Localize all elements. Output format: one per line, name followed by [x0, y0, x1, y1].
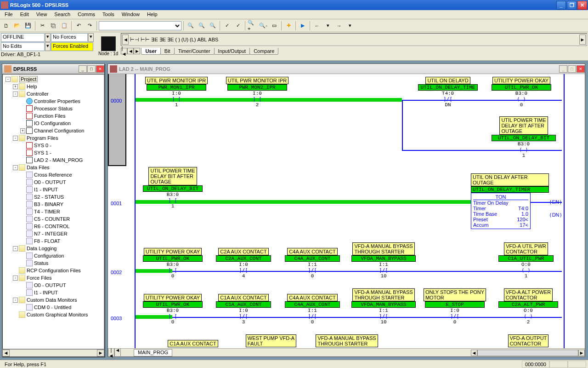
- rung-element[interactable]: ONLY STOPS THE PONY MOTOR E_STOP I:0 ]/[…: [420, 288, 489, 325]
- project-tree[interactable]: -Project+Help-ControllerController Prope…: [2, 74, 104, 349]
- tree-item[interactable]: +Help: [4, 83, 103, 90]
- tree-item[interactable]: R6 - CONTROL: [4, 223, 103, 230]
- zoom-fit-button[interactable]: ▭: [269, 21, 279, 31]
- menu-search[interactable]: Search: [51, 10, 74, 19]
- instr-rung-icon[interactable]: ⊢⊣: [130, 37, 139, 43]
- tree-expander[interactable]: -: [13, 276, 18, 281]
- tree-item[interactable]: I1 - INPUT: [4, 289, 103, 296]
- copy-button[interactable]: ⿻: [48, 21, 58, 31]
- instr-xic-icon[interactable]: ∃E: [151, 37, 158, 43]
- rung-element[interactable]: UTILITY POWER OKAY UTIL_PWR_OK B3:0 ] [ …: [138, 248, 207, 279]
- menu-comms[interactable]: Comms: [74, 10, 99, 19]
- tree-item[interactable]: C5 - COUNTER: [4, 215, 103, 223]
- tree-item[interactable]: -Data Files: [4, 164, 103, 171]
- zoom-out-button[interactable]: 🔍-: [258, 21, 268, 31]
- menu-window[interactable]: Window: [118, 10, 143, 19]
- tree-item[interactable]: Processor Status: [4, 105, 103, 112]
- find-next-button[interactable]: 🔍: [197, 21, 207, 31]
- instr-otl-icon[interactable]: (L): [190, 37, 196, 42]
- cut-button[interactable]: ✂: [37, 21, 47, 31]
- zoom-in-button[interactable]: 🔍+: [247, 21, 257, 31]
- hscroll-right[interactable]: ►: [578, 350, 585, 356]
- rung-element[interactable]: VFD-A MANUAL BYPASS THROUGH STARTER VFDA…: [347, 288, 420, 325]
- scroll-right-button[interactable]: ►: [579, 34, 586, 45]
- ton-instruction[interactable]: TON Timer On Delay TimerT4:0 Time Base1.…: [471, 193, 531, 229]
- tree-expander[interactable]: -: [13, 298, 18, 303]
- tree-item[interactable]: IO Configuration: [4, 120, 103, 127]
- ladder-maximize-button[interactable]: □: [568, 65, 576, 73]
- rung-element[interactable]: UTILITY POWER OKAY UTIL_PWR_OK B3:0 ] [ …: [138, 294, 207, 325]
- tree-item[interactable]: CDM 0 - Untitled: [4, 304, 103, 311]
- rung-element[interactable]: C4A AUX CONTACT C4A_AUX_CONT I:1 ]/[ 0: [283, 294, 342, 325]
- tree-item[interactable]: +Channel Configuration: [4, 127, 103, 134]
- tree-item[interactable]: Function Files: [4, 112, 103, 120]
- tree-item[interactable]: B3 - BINARY: [4, 201, 103, 208]
- tree-item[interactable]: Cross Reference: [4, 171, 103, 178]
- ltab-prev[interactable]: ◄: [114, 347, 121, 359]
- find-button[interactable]: 🔍: [186, 21, 196, 31]
- tree-expander[interactable]: -: [13, 165, 18, 170]
- instr-xio-icon[interactable]: ∃E: [159, 37, 166, 43]
- undo-button[interactable]: ↶: [74, 21, 84, 31]
- rung-element[interactable]: VFD-A MANUAL BYPASS THROUGH STARTER: [310, 334, 384, 347]
- mode-dropdown[interactable]: ▾: [45, 33, 51, 42]
- tree-item[interactable]: LAD 2 - MAIN_PROG: [4, 156, 103, 164]
- tab-bit[interactable]: Bit: [160, 48, 175, 55]
- address-combo[interactable]: [99, 21, 181, 30]
- rung-element[interactable]: C2A AUX CONTACT C2A_AUX_CONT I:0 ]/[ 4: [214, 248, 273, 279]
- tree-item[interactable]: N7 - INTEGER: [4, 230, 103, 237]
- tab-compare[interactable]: Compare: [249, 48, 278, 55]
- add-button[interactable]: ✚: [283, 21, 294, 31]
- run-button[interactable]: ▶: [298, 21, 308, 31]
- rung-element[interactable]: UTIL PWR MONITOR IPR PWR_MON2_IPR I:0 ] …: [223, 77, 292, 108]
- instr-osf-icon[interactable]: ∃E: [167, 37, 174, 43]
- nav-fwd-button[interactable]: →: [334, 21, 344, 31]
- minimize-button[interactable]: _: [556, 1, 566, 10]
- tree-item[interactable]: -Data Logging: [4, 245, 103, 252]
- tab-scroll-first[interactable]: |◄: [121, 48, 127, 54]
- tree-item[interactable]: -Custom Data Monitors: [4, 296, 103, 304]
- rung-element[interactable]: UTIL PWR MONITOR IPR PWR_MON1_IPR I:0 ] …: [142, 77, 211, 108]
- menu-file[interactable]: File: [1, 10, 17, 19]
- tree-item[interactable]: S2 - STATUS: [4, 193, 103, 201]
- rung-element[interactable]: C4A AUX CONTACT C4A_AUX_CONT I:1 ]/[ 0: [283, 248, 342, 279]
- tree-item[interactable]: -Project: [4, 75, 103, 83]
- verify-all-button[interactable]: ✓: [233, 21, 243, 31]
- ladder-canvas[interactable]: 0000 UTIL PWR MONITOR IPR PWR_MON1_IPR I…: [108, 74, 585, 348]
- hscroll-track[interactable]: [477, 350, 578, 356]
- menu-tools[interactable]: Tools: [99, 10, 118, 19]
- tree-expander[interactable]: +: [20, 128, 25, 133]
- rung-output[interactable]: VFD-A ALT POWER CONTACTOR C2A_ALT_PWR O:…: [494, 288, 563, 325]
- ltab-first[interactable]: |◄: [108, 347, 114, 359]
- rung-output[interactable]: VFD-A OUTPUT CONTACTOR: [494, 334, 563, 347]
- rung-element[interactable]: WEST PUMP VFD-A FAULT: [237, 334, 305, 347]
- nav-fwd-menu[interactable]: ▾: [345, 21, 355, 31]
- tree-item[interactable]: Custom Graphical Monitors: [4, 311, 103, 318]
- forces-dropdown[interactable]: ▾: [88, 33, 94, 42]
- tree-close-button[interactable]: ✕: [96, 65, 104, 73]
- instr-abs-icon[interactable]: ABS: [208, 37, 218, 42]
- replace-button[interactable]: 🔍: [208, 21, 218, 31]
- save-button[interactable]: 💾: [23, 21, 33, 31]
- instr-abl-icon[interactable]: ABL: [198, 37, 207, 42]
- tree-item[interactable]: -Controller: [4, 90, 103, 98]
- tree-item[interactable]: Controller Properties: [4, 98, 103, 105]
- ladder-minimize-button[interactable]: _: [559, 65, 567, 73]
- tab-timer[interactable]: Timer/Counter: [174, 48, 215, 55]
- tree-item[interactable]: SYS 1 -: [4, 149, 103, 156]
- instr-otu-icon[interactable]: (U): [181, 37, 188, 42]
- scroll-left-button[interactable]: ◄: [122, 34, 129, 45]
- hscroll-left[interactable]: ◄: [471, 350, 477, 356]
- tree-item[interactable]: Status: [4, 259, 103, 267]
- instr-ote-icon[interactable]: ( ): [175, 37, 180, 42]
- paste-button[interactable]: 📋: [59, 21, 69, 31]
- tree-item[interactable]: O0 - OUTPUT: [4, 282, 103, 289]
- rung-output[interactable]: UTIL ON DELAY AFTER OUTAGE UTIL_ON_DELAY…: [471, 173, 558, 229]
- menu-help[interactable]: Help: [143, 10, 161, 19]
- close-button[interactable]: ✕: [577, 1, 587, 10]
- rung-output[interactable]: UTIL POWER TIME DELAY BIT AFTER OUTAGE U…: [487, 116, 560, 158]
- rung-element[interactable]: UTIL ON DELAYD UTIL_ON_DELAY_TIME T4:0 ]…: [416, 77, 480, 108]
- tree-item[interactable]: F8 - FLOAT: [4, 237, 103, 245]
- tab-user[interactable]: User: [141, 48, 160, 55]
- rung-element[interactable]: C1A AUX CONTACT C1A_AUX_CONT I:0 ]/[ 3: [214, 294, 273, 325]
